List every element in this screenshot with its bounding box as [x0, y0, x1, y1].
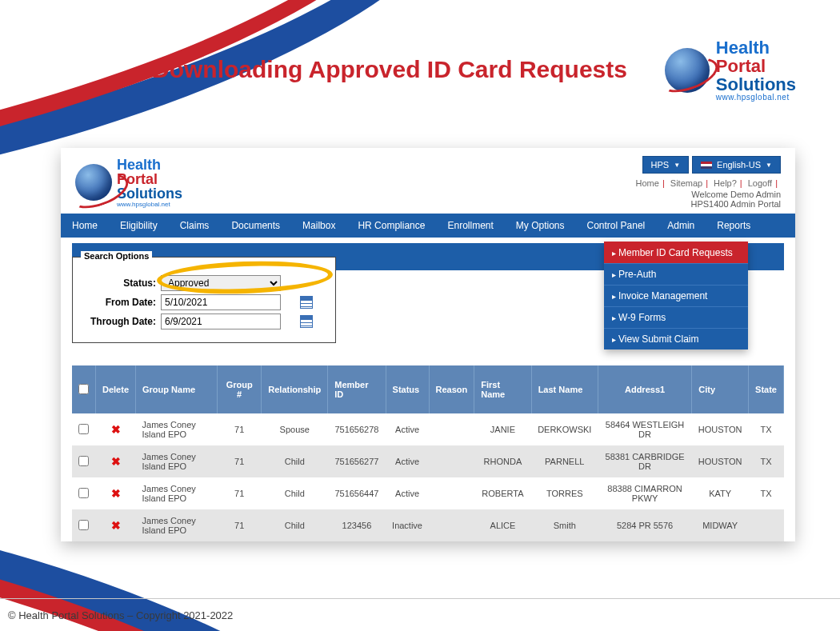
results-table: Delete Group Name Group # Relationship M…	[72, 365, 784, 541]
cell-relationship: Child	[262, 477, 328, 509]
globe-icon	[665, 48, 710, 93]
col-state[interactable]: State	[749, 365, 784, 413]
portal-brand-1: Health	[117, 158, 182, 172]
row-select-checkbox[interactable]	[78, 456, 89, 466]
cell-group-name: James Coney Island EPO	[136, 477, 218, 509]
submenu-pre-auth[interactable]: Pre-Auth	[604, 263, 748, 285]
col-reason[interactable]: Reason	[429, 365, 474, 413]
cell-member-id: 123456	[328, 509, 386, 541]
cell-first-name: RHONDA	[474, 445, 531, 477]
nav-mailbox[interactable]: Mailbox	[291, 214, 346, 238]
through-date-input[interactable]	[161, 314, 281, 329]
main-nav: Home Eligibility Claims Documents Mailbo…	[61, 214, 795, 238]
flag-icon	[701, 162, 712, 169]
cell-city: MIDWAY	[692, 509, 749, 541]
nav-home[interactable]: Home	[61, 214, 109, 238]
nav-reports[interactable]: Reports	[706, 214, 762, 238]
cell-last-name: PARNELL	[531, 445, 598, 477]
row-delete-icon[interactable]: ✖	[96, 445, 136, 477]
col-city[interactable]: City	[692, 365, 749, 413]
col-select	[72, 365, 96, 413]
nav-hr-compliance[interactable]: HR Compliance	[346, 214, 436, 238]
cell-group-name: James Coney Island EPO	[136, 445, 218, 477]
header-right: HPS English-US Home| Sitemap| Help?| Log…	[636, 156, 781, 209]
nav-eligibility[interactable]: Eligibility	[109, 214, 169, 238]
row-delete-icon[interactable]: ✖	[96, 413, 136, 445]
label-from: From Date:	[84, 297, 156, 308]
col-address1[interactable]: Address1	[598, 365, 691, 413]
portal-logo: Health Portal Solutions www.hpsglobal.ne…	[75, 156, 182, 209]
col-last-name[interactable]: Last Name	[531, 365, 598, 413]
submenu-w9-forms[interactable]: W-9 Forms	[604, 306, 748, 328]
nav-claims[interactable]: Claims	[169, 214, 221, 238]
select-all-checkbox[interactable]	[78, 384, 89, 394]
locale-chip-label: English-US	[717, 160, 761, 170]
link-home[interactable]: Home	[636, 178, 659, 188]
submenu-member-id-card[interactable]: Member ID Card Requests	[604, 242, 748, 263]
nav-documents[interactable]: Documents	[220, 214, 291, 238]
row-delete-icon[interactable]: ✖	[96, 509, 136, 541]
row-select-checkbox[interactable]	[78, 520, 89, 530]
row-delete-icon[interactable]: ✖	[96, 477, 136, 509]
cell-address1: 88388 CIMARRON PKWY	[598, 477, 691, 509]
cell-group-num: 71	[218, 445, 262, 477]
col-status[interactable]: Status	[386, 365, 429, 413]
calendar-icon[interactable]	[300, 315, 313, 328]
table-header-row: Delete Group Name Group # Relationship M…	[72, 365, 784, 413]
col-relationship[interactable]: Relationship	[262, 365, 328, 413]
cell-address1: 5284 PR 5576	[598, 509, 691, 541]
table-row: ✖James Coney Island EPO71Child751656277A…	[72, 445, 784, 477]
link-help[interactable]: Help?	[714, 178, 737, 188]
status-select[interactable]: Approved	[161, 275, 281, 291]
cell-status: Active	[386, 413, 429, 445]
org-chip[interactable]: HPS	[642, 156, 690, 174]
row-select-checkbox[interactable]	[78, 424, 89, 434]
globe-icon	[75, 164, 112, 201]
cell-reason	[429, 413, 474, 445]
col-first-name[interactable]: First Name	[474, 365, 531, 413]
cell-status: Active	[386, 477, 429, 509]
nav-enrollment[interactable]: Enrollment	[436, 214, 504, 238]
cell-reason	[429, 477, 474, 509]
cell-reason	[429, 445, 474, 477]
nav-control-panel[interactable]: Control Panel	[576, 214, 657, 238]
link-logoff[interactable]: Logoff	[748, 178, 772, 188]
brand-line-2: Portal	[716, 57, 796, 75]
locale-chip[interactable]: English-US	[692, 156, 781, 174]
row-select-checkbox[interactable]	[78, 488, 89, 498]
from-date-input[interactable]	[161, 294, 281, 310]
cell-last-name: Smith	[531, 509, 598, 541]
cell-status: Active	[386, 445, 429, 477]
cell-first-name: JANIE	[474, 413, 531, 445]
nav-admin[interactable]: Admin	[656, 214, 706, 238]
cell-status: Inactive	[386, 509, 429, 541]
cell-state: TX	[749, 413, 784, 445]
nav-my-options[interactable]: My Options	[505, 214, 576, 238]
cell-state: TX	[749, 477, 784, 509]
cell-state: TX	[749, 445, 784, 477]
col-member-id[interactable]: Member ID	[328, 365, 386, 413]
results-table-wrapper: Delete Group Name Group # Relationship M…	[72, 365, 784, 541]
brand-line-1: Health	[716, 38, 796, 57]
portal-name: HPS1400 Admin Portal	[636, 199, 781, 209]
slide-logo: Health Portal Solutions www.hpsglobal.ne…	[665, 38, 796, 102]
welcome-text: Welcome Demo Admin	[636, 190, 781, 199]
submenu-invoice-mgmt[interactable]: Invoice Management	[604, 285, 748, 306]
cell-city: HOUSTON	[692, 413, 749, 445]
col-group-num[interactable]: Group #	[218, 365, 262, 413]
col-delete[interactable]: Delete	[96, 365, 136, 413]
table-row: ✖James Coney Island EPO71Spouse751656278…	[72, 413, 784, 445]
brand-line-3: Solutions	[716, 75, 796, 94]
cell-address1: 58464 WESTLEIGH DR	[598, 413, 691, 445]
col-group-name[interactable]: Group Name	[136, 365, 218, 413]
cell-last-name: TORRES	[531, 477, 598, 509]
cell-city: HOUSTON	[692, 445, 749, 477]
admin-submenu: Member ID Card Requests Pre-Auth Invoice…	[604, 242, 748, 349]
submenu-view-submit-claim[interactable]: View Submit Claim	[604, 328, 748, 349]
cell-address1: 58381 CARBRIDGE DR	[598, 445, 691, 477]
portal-wrapper: Health Portal Solutions www.hpsglobal.ne…	[61, 148, 795, 541]
calendar-icon[interactable]	[300, 296, 313, 309]
util-links: Home| Sitemap| Help?| Logoff|	[636, 178, 781, 188]
cell-state	[749, 509, 784, 541]
link-sitemap[interactable]: Sitemap	[670, 178, 702, 188]
